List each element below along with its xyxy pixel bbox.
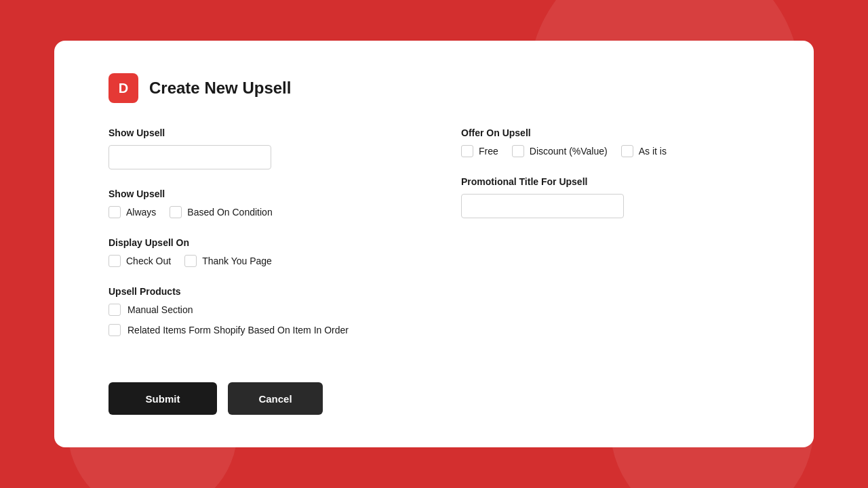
upsell-products-label: Upsell Products <box>108 286 407 297</box>
label-always: Always <box>126 207 156 218</box>
radio-free[interactable] <box>461 145 473 157</box>
label-based-on-condition: Based On Condition <box>187 207 272 218</box>
display-upsell-radio-group: Check Out Thank You Page <box>108 255 407 267</box>
checkbox-related-items[interactable] <box>108 324 121 336</box>
option-always[interactable]: Always <box>108 206 156 218</box>
option-manual-section[interactable]: Manual Section <box>108 304 407 316</box>
label-manual-section: Manual Section <box>127 304 193 315</box>
modal-header: D Create New Upsell <box>108 73 760 103</box>
label-check-out: Check Out <box>126 256 171 266</box>
logo-icon: D <box>108 73 138 103</box>
label-thank-you-page: Thank You Page <box>202 256 272 266</box>
show-upsell-radio-label: Show Upsell <box>108 188 407 199</box>
show-upsell-input[interactable] <box>108 145 271 169</box>
radio-always[interactable] <box>108 206 121 218</box>
offer-on-upsell-section: Offer On Upsell Free Discount (%Value) A… <box>461 127 760 157</box>
label-free: Free <box>479 146 498 157</box>
display-upsell-section: Display Upsell On Check Out Thank You Pa… <box>108 237 407 267</box>
modal-container: D Create New Upsell Show Upsell Show Ups… <box>54 41 814 447</box>
radio-discount[interactable] <box>512 145 524 157</box>
checkbox-manual-section[interactable] <box>108 304 121 316</box>
radio-thank-you-page[interactable] <box>184 255 197 267</box>
option-discount[interactable]: Discount (%Value) <box>512 145 608 157</box>
label-as-it-is: As it is <box>639 146 667 157</box>
form-grid: Show Upsell Show Upsell Always Based On … <box>108 127 760 355</box>
left-column: Show Upsell Show Upsell Always Based On … <box>108 127 407 355</box>
show-upsell-label: Show Upsell <box>108 127 407 138</box>
right-column: Offer On Upsell Free Discount (%Value) A… <box>461 127 760 355</box>
option-as-it-is[interactable]: As it is <box>621 145 667 157</box>
offer-radio-group: Free Discount (%Value) As it is <box>461 145 760 157</box>
radio-based-on-condition[interactable] <box>170 206 182 218</box>
button-row: Submit Cancel <box>108 382 760 415</box>
promo-title-input[interactable] <box>461 194 624 218</box>
show-upsell-section: Show Upsell <box>108 127 407 169</box>
label-discount: Discount (%Value) <box>530 146 608 157</box>
label-related-items: Related Items Form Shopify Based On Item… <box>127 325 349 336</box>
cancel-button[interactable]: Cancel <box>228 382 323 415</box>
option-free[interactable]: Free <box>461 145 498 157</box>
option-based-on-condition[interactable]: Based On Condition <box>170 206 272 218</box>
promo-title-label: Promotional Title For Upsell <box>461 176 760 187</box>
show-upsell-radio-section: Show Upsell Always Based On Condition <box>108 188 407 218</box>
submit-button[interactable]: Submit <box>108 382 217 415</box>
radio-check-out[interactable] <box>108 255 121 267</box>
option-check-out[interactable]: Check Out <box>108 255 171 267</box>
display-upsell-label: Display Upsell On <box>108 237 407 248</box>
promo-title-section: Promotional Title For Upsell <box>461 176 760 218</box>
radio-as-it-is[interactable] <box>621 145 633 157</box>
show-upsell-radio-group: Always Based On Condition <box>108 206 407 218</box>
option-thank-you-page[interactable]: Thank You Page <box>184 255 272 267</box>
page-title: Create New Upsell <box>149 79 291 98</box>
upsell-products-section: Upsell Products Manual Section Related I… <box>108 286 407 336</box>
offer-on-upsell-label: Offer On Upsell <box>461 127 760 138</box>
option-related-items[interactable]: Related Items Form Shopify Based On Item… <box>108 324 407 336</box>
